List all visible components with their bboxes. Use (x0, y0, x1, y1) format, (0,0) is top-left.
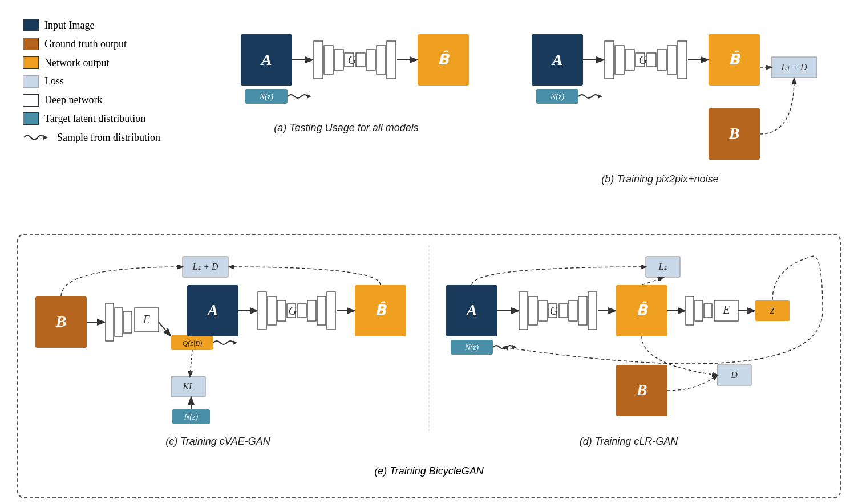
svg-text:B: B (729, 124, 740, 142)
svg-rect-96 (569, 300, 577, 321)
svg-rect-32 (667, 46, 677, 74)
svg-rect-93 (539, 300, 547, 321)
legend-input-image-label: Input Image (44, 17, 94, 34)
svg-rect-8 (324, 46, 333, 74)
svg-text:B: B (55, 312, 67, 330)
svg-rect-104 (686, 296, 694, 325)
legend-deep-label: Deep network (44, 92, 102, 108)
gt-output-swatch (23, 38, 39, 50)
svg-rect-12 (366, 50, 375, 70)
svg-text:B̂: B̂ (438, 50, 450, 68)
svg-text:A: A (207, 301, 218, 319)
legend-input-image: Input Image (23, 17, 194, 34)
main-container: Input Image Ground truth output Network … (0, 0, 858, 504)
svg-rect-31 (657, 50, 666, 70)
svg-rect-7 (314, 41, 323, 79)
svg-text:N(z): N(z) (184, 413, 198, 422)
svg-text:N(z): N(z) (550, 92, 564, 101)
svg-text:G: G (550, 304, 558, 317)
top-diagrams-svg: A N(z) G (207, 17, 834, 205)
legend-target-label: Target latent distribution (44, 111, 145, 127)
svg-text:E: E (143, 313, 150, 326)
svg-rect-51 (106, 303, 114, 341)
svg-marker-24 (598, 94, 602, 99)
svg-marker-5 (307, 94, 311, 99)
svg-rect-67 (298, 304, 306, 318)
svg-text:L₁ + D: L₁ + D (192, 262, 218, 271)
svg-rect-27 (615, 46, 624, 74)
svg-rect-106 (704, 304, 712, 318)
svg-rect-105 (695, 300, 703, 321)
svg-text:G: G (639, 54, 647, 66)
svg-rect-9 (334, 50, 343, 70)
deep-network-swatch (23, 94, 39, 107)
wavy-arrow-icon (23, 131, 51, 144)
svg-rect-69 (317, 296, 326, 325)
legend-gt-label: Ground truth output (44, 36, 127, 52)
svg-marker-0 (43, 135, 48, 140)
svg-text:G: G (348, 54, 357, 66)
legend-deep-network: Deep network (23, 92, 194, 108)
svg-rect-64 (268, 296, 276, 325)
input-image-swatch (23, 19, 39, 31)
svg-marker-59 (233, 340, 237, 345)
caption-e: (e) Training BicycleGAN (374, 465, 484, 479)
top-row: Input Image Ground truth output Network … (17, 11, 841, 228)
svg-text:(c) Training cVAE-GAN: (c) Training cVAE-GAN (165, 436, 271, 447)
svg-text:KL: KL (182, 381, 194, 391)
svg-text:B̂: B̂ (729, 50, 741, 68)
svg-rect-98 (588, 292, 597, 330)
svg-text:B: B (636, 381, 647, 399)
legend-gt-output: Ground truth output (23, 36, 194, 52)
target-latent-swatch (23, 112, 39, 125)
svg-rect-52 (115, 308, 123, 336)
legend-target-latent: Target latent distribution (23, 111, 194, 127)
svg-rect-14 (387, 41, 396, 79)
svg-line-56 (159, 322, 170, 335)
svg-text:B̂: B̂ (375, 301, 387, 319)
svg-text:L₁ + D: L₁ + D (780, 62, 807, 72)
svg-rect-26 (605, 41, 614, 79)
svg-rect-13 (377, 46, 386, 74)
legend-sample-dist: Sample from distribution (23, 129, 194, 146)
svg-text:E: E (722, 303, 730, 316)
svg-rect-91 (519, 292, 528, 330)
svg-text:N(z): N(z) (259, 92, 273, 101)
bottom-diagrams-svg: B E Q(z|B) A (24, 239, 834, 462)
legend: Input Image Ground truth output Network … (17, 11, 200, 148)
svg-rect-65 (277, 300, 286, 321)
svg-text:z: z (770, 303, 775, 316)
svg-rect-95 (559, 304, 568, 318)
svg-text:A: A (551, 51, 563, 68)
svg-text:B̂: B̂ (636, 301, 649, 319)
legend-loss-label: Loss (44, 73, 64, 90)
svg-rect-68 (307, 300, 316, 321)
svg-text:L₁: L₁ (658, 262, 667, 271)
legend-network-label: Network output (44, 55, 109, 71)
network-output-swatch (23, 56, 39, 69)
svg-rect-92 (529, 296, 537, 325)
svg-text:A: A (260, 51, 272, 68)
svg-text:D: D (730, 370, 738, 380)
svg-rect-70 (327, 292, 335, 330)
svg-rect-97 (578, 296, 587, 325)
legend-loss: Loss (23, 73, 194, 90)
svg-text:N(z): N(z) (464, 343, 479, 352)
svg-line-82 (190, 350, 192, 376)
bottom-section: B E Q(z|B) A (17, 234, 841, 498)
svg-rect-30 (647, 53, 656, 67)
legend-sample-label: Sample from distribution (57, 129, 160, 146)
svg-rect-33 (678, 41, 687, 79)
svg-text:G: G (289, 304, 297, 317)
svg-text:(a) Testing Usage for all mode: (a) Testing Usage for all models (274, 122, 418, 133)
svg-text:Q(z|B): Q(z|B) (183, 339, 203, 347)
loss-swatch (23, 75, 39, 88)
svg-text:(b) Training pix2pix+noise: (b) Training pix2pix+noise (601, 173, 718, 185)
svg-rect-11 (356, 53, 365, 67)
svg-text:A: A (466, 301, 477, 319)
legend-network-output: Network output (23, 55, 194, 71)
svg-text:(d) Training cLR-GAN: (d) Training cLR-GAN (580, 436, 679, 447)
caption-e-text: (e) Training BicycleGAN (374, 465, 484, 477)
svg-rect-28 (625, 50, 634, 70)
svg-rect-63 (258, 292, 266, 330)
